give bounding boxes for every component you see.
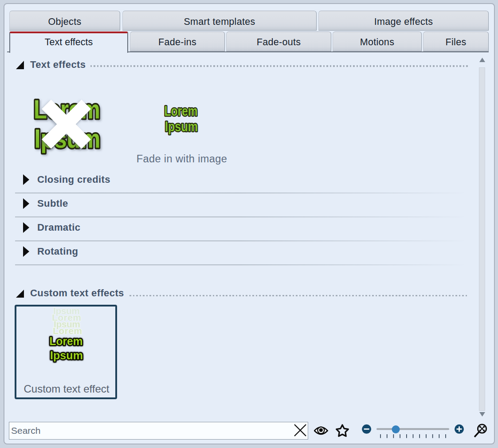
svg-text:Ipsum: Ipsum bbox=[165, 119, 198, 134]
svg-text:Lorem: Lorem bbox=[50, 334, 83, 348]
svg-text:Ipsum: Ipsum bbox=[50, 349, 83, 362]
svg-text:Lorem: Lorem bbox=[165, 103, 198, 119]
